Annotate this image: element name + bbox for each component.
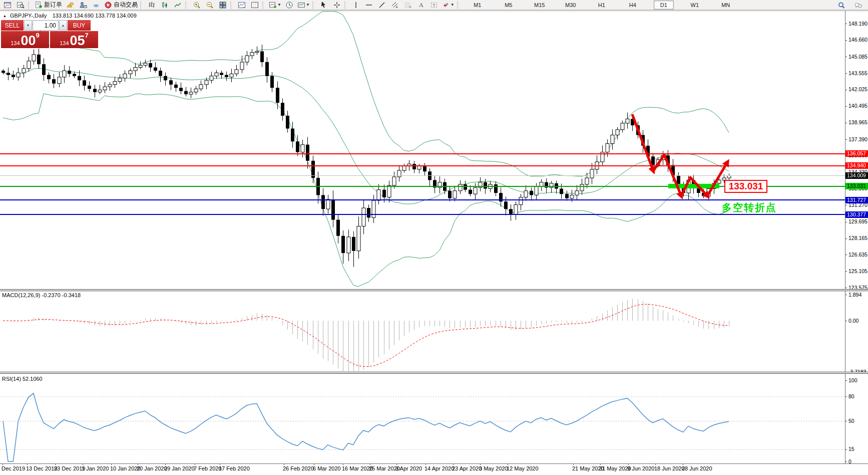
macd-panel-splitter[interactable] <box>0 289 868 291</box>
price-tick-label: 143.555 <box>848 70 867 76</box>
rsi-tick-label: 80 <box>848 393 854 399</box>
price-tick-label: 137.390 <box>848 136 867 142</box>
hline-red-lower[interactable] <box>0 165 845 166</box>
chat-button[interactable] <box>852 1 865 11</box>
volume-input[interactable] <box>33 20 59 31</box>
price-tick-label: 138.965 <box>848 119 867 125</box>
price-tick-label: 142.025 <box>848 86 867 92</box>
price-chart-canvas[interactable] <box>0 0 845 475</box>
rsi-tick-label: 50 <box>848 418 854 424</box>
chart-symbol-header: ▲ GBPJPY-,Daily 133.813 134.690 133.778 … <box>3 13 137 19</box>
symbol-title: GBPJPY-,Daily <box>10 13 47 19</box>
pivot-annotation-text[interactable]: 多空转折点 <box>722 201 777 214</box>
volume-decrease-button[interactable]: ▼ <box>24 20 32 31</box>
rsi-label: RSI(14) 52.1060 <box>2 376 43 382</box>
macd-tick-label: 1.894 <box>848 292 861 298</box>
price-tick-label: 145.085 <box>848 54 867 60</box>
price-badge: 131.727 <box>845 197 868 203</box>
mt4-window: 新订单自动交易▼▼EFAT▼M1M5M15M30H1H4D1W1MN ▲ GBP… <box>0 0 868 475</box>
price-badge: 134.940 <box>845 162 868 169</box>
rsi-tick-label: 100 <box>848 377 857 383</box>
rsi-panel-splitter[interactable] <box>0 372 868 374</box>
price-badge: 136.057 <box>845 150 868 157</box>
buy-button[interactable]: BUY <box>68 20 91 31</box>
hline-red-upper[interactable] <box>0 153 845 154</box>
price-callout-label[interactable]: 133.031 <box>724 180 767 193</box>
rsi-tick-label: 15 <box>848 446 854 452</box>
price-axis-line <box>845 11 845 463</box>
price-badge: 133.031 <box>845 183 868 189</box>
price-tick-label: 125.105 <box>848 268 867 274</box>
chart-top-border <box>0 11 868 11</box>
macd-tick-label: 0.00 <box>848 318 858 324</box>
hline-blue-lower[interactable] <box>0 214 845 215</box>
buy-price-display[interactable]: 134057 <box>50 31 98 48</box>
price-tick-label: 126.635 <box>848 252 867 258</box>
one-click-trading-panel: SELL ▼ ▲ BUY 134009 134057 <box>1 20 98 48</box>
ohlc-values: 133.813 134.690 133.778 134.009 <box>53 13 137 19</box>
price-tick-label: 128.165 <box>848 235 867 241</box>
collapse-icon[interactable]: ▲ <box>3 14 7 18</box>
volume-increase-button[interactable]: ▲ <box>59 20 67 31</box>
pivot-highlight-bar[interactable] <box>668 184 719 188</box>
sell-price-display[interactable]: 134009 <box>1 31 49 48</box>
price-tick-label: 146.660 <box>848 37 867 43</box>
price-tick-label: 148.190 <box>848 21 867 27</box>
time-axis-border <box>0 463 868 464</box>
sell-button[interactable]: SELL <box>1 20 24 31</box>
hline-blue-upper[interactable] <box>0 199 845 200</box>
macd-label: MACD(12,26,9) -0.2370 -0.3418 <box>2 292 81 298</box>
price-tick-label: 140.495 <box>848 103 867 109</box>
price-badge: 130.377 <box>845 211 868 218</box>
price-tick-label: 129.695 <box>848 218 867 224</box>
hline-current-price[interactable] <box>0 175 845 176</box>
price-badge: 134.009 <box>845 172 868 179</box>
